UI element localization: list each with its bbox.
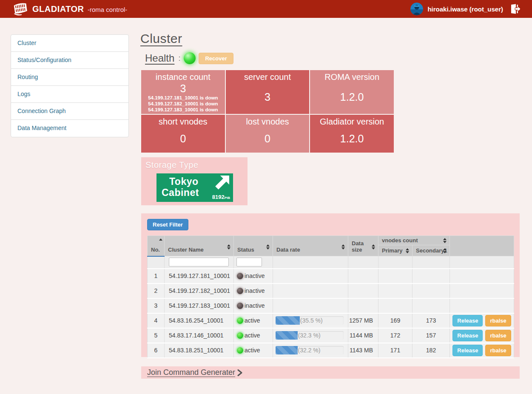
stat-value: 1.2.0 (312, 82, 392, 112)
stat-value: 1.2.0 (312, 127, 392, 150)
stat-label: server count (228, 71, 308, 82)
table-row: 1 54.199.127.181_10001 inactive (148, 269, 514, 283)
column-header-primary[interactable]: Primary (378, 245, 413, 256)
status-cell: active (234, 313, 273, 328)
stat-label: Gladiator version (312, 116, 392, 127)
sidebar-item-logs[interactable]: Logs (11, 86, 128, 103)
progress-fill (276, 316, 300, 325)
column-header-vnodes-count[interactable]: vnodes count (378, 236, 450, 245)
row-number: 3 (148, 298, 165, 313)
release-button[interactable]: Release (452, 315, 483, 326)
storage-type-label: Storage Type (141, 157, 248, 170)
table-row: 3 54.199.127.183_10001 inactive (148, 298, 514, 313)
stat-label: ROMA version (312, 71, 392, 82)
rbalse-button[interactable]: rbalse (485, 345, 511, 356)
secondary1-vnodes: 173 (413, 313, 450, 328)
status-cell: inactive (234, 269, 273, 283)
sidebar-item-connection-graph[interactable]: Connection Graph (11, 103, 128, 120)
primary-vnodes: 169 (378, 313, 413, 328)
data-rate-cell: (32.2 %) (273, 343, 348, 358)
cluster-name: 54.199.127.183_10001 (165, 298, 234, 313)
app-root: GLADIATOR -roma control- hiroaki.iwase (0, 0, 532, 394)
column-header-data-size[interactable]: Data size (348, 236, 378, 256)
release-button[interactable]: Release (452, 330, 483, 341)
secondary1-vnodes: 157 (413, 328, 450, 343)
colosseum-logo-icon (13, 2, 28, 16)
sidebar-item-routing[interactable]: Routing (11, 69, 128, 86)
down-note: 54.199.127.182_10001 is down (143, 101, 223, 107)
secondary1-cell (413, 283, 450, 298)
progress-fill (276, 346, 298, 354)
table-row: 2 54.199.127.182_10001 inactive (148, 283, 514, 298)
filter-cell (413, 256, 450, 269)
column-header-status[interactable]: Status (234, 236, 273, 256)
status-active-icon (237, 347, 243, 354)
sidebar-item-data-management[interactable]: Data Management (11, 120, 128, 137)
status-cell: inactive (234, 283, 273, 298)
sidebar-item-cluster[interactable]: Cluster (11, 35, 128, 52)
health-row: Health : Recover (145, 52, 233, 64)
health-status-icon (184, 52, 196, 64)
row-number: 5 (148, 328, 165, 343)
app-subtitle: -roma control- (88, 6, 127, 13)
stat-tile-instance-count: instance count 3 54.199.127.181_10001 is… (141, 70, 225, 114)
actions-cell: Release rbalse (450, 328, 514, 343)
table-row: 5 54.83.17.146_10001 active (32.3 %) 114… (148, 328, 514, 343)
status-text: inactive (245, 302, 265, 309)
filter-cell (273, 256, 348, 269)
column-header-cluster-name[interactable]: Cluster Name (165, 236, 234, 256)
data-size-cell (348, 298, 378, 313)
join-command-generator-link[interactable]: Join Command Generater (147, 368, 242, 377)
secondary1-cell (413, 269, 450, 283)
status-cell: inactive (234, 298, 273, 313)
column-header-secondary1[interactable]: Secondary1 (413, 245, 450, 256)
progress-label: (35.5 %) (300, 317, 323, 324)
stat-tile-lost-vnodes: lost vnodes 0 (226, 115, 310, 153)
stat-label: lost vnodes (228, 116, 308, 127)
sort-icon (372, 244, 375, 249)
primary-vnodes: 172 (378, 328, 413, 343)
health-label: Health (145, 52, 174, 64)
column-header-no[interactable]: No. (148, 236, 165, 256)
data-rate-cell: (32.3 %) (273, 328, 348, 343)
status-inactive-icon (237, 303, 243, 309)
stat-value: 3 (143, 82, 223, 95)
cluster-name-filter-input[interactable] (169, 258, 229, 266)
cluster-table: No. Cluster Name Status Data rate (147, 235, 514, 358)
user-area: hiroaki.iwase (root_user) (410, 3, 521, 15)
stat-tile-gladiator-version: Gladiator version 1.2.0 (310, 115, 394, 153)
sort-icon (341, 244, 345, 249)
logo-text-line2: Cabinet (162, 187, 199, 198)
cluster-table-panel: Reset Filter No. Cluster Name (141, 213, 520, 357)
user-name: hiroaki.iwase (root_user) (427, 6, 503, 13)
status-inactive-icon (237, 273, 243, 279)
logout-icon[interactable] (510, 3, 521, 14)
primary-cell (378, 283, 413, 298)
logo-capacity-label: 8192PiB (212, 194, 230, 200)
progress-fill (276, 331, 298, 340)
status-filter-input[interactable] (236, 258, 262, 266)
cluster-name: 54.83.18.251_10001 (165, 343, 234, 358)
rbalse-button[interactable]: rbalse (485, 315, 511, 326)
sort-icon (227, 244, 230, 249)
filter-cell (378, 256, 413, 269)
avatar (410, 3, 423, 15)
cluster-name: 54.83.16.254_10001 (165, 313, 234, 328)
recover-button[interactable]: Recover (199, 53, 233, 64)
cluster-stats-grid: instance count 3 54.199.127.181_10001 is… (141, 70, 394, 153)
status-inactive-icon (237, 288, 243, 294)
status-active-icon (237, 332, 243, 339)
sidebar-item-status-configuration[interactable]: Status/Configuration (11, 52, 128, 69)
rbalse-button[interactable]: rbalse (485, 330, 511, 341)
actions-cell (450, 283, 514, 298)
reset-filter-button[interactable]: Reset Filter (147, 219, 188, 230)
secondary1-cell (413, 298, 450, 313)
primary-cell (378, 298, 413, 313)
sidebar-nav: Cluster Status/Configuration Routing Log… (11, 34, 129, 137)
column-header-data-rate[interactable]: Data rate (273, 236, 348, 256)
sort-icon (406, 248, 409, 253)
data-rate-cell (273, 283, 348, 298)
release-button[interactable]: Release (452, 345, 483, 356)
northeast-arrow-icon (214, 176, 229, 191)
data-size: 1144 MB (348, 328, 378, 343)
